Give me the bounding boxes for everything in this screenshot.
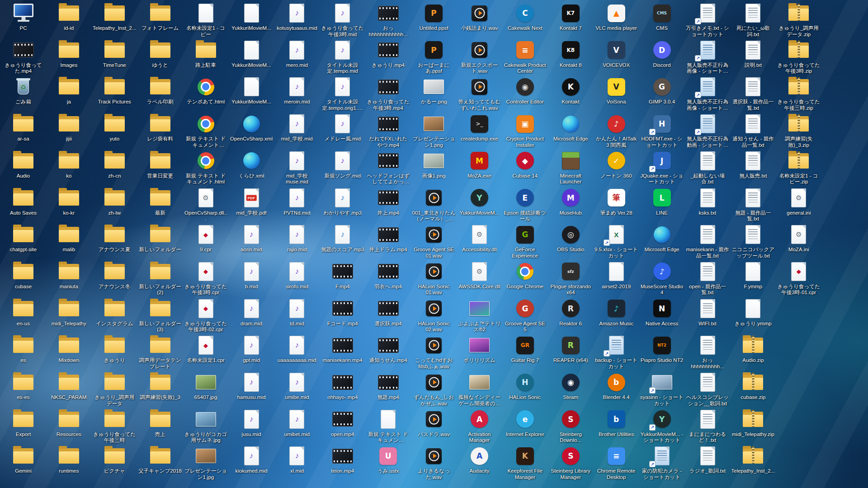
desktop-icon[interactable]: 65407.jpg [183, 371, 229, 408]
desktop-icon[interactable]: Track Pictures [92, 76, 137, 112]
desktop-icon[interactable]: バスドラ.wav [411, 408, 457, 445]
desktop-icon[interactable]: ♪きゅうり食ってた午後3時.mid [320, 2, 365, 38]
desktop-icon[interactable]: ♪mid_学校.mid [274, 113, 320, 149]
desktop-icon[interactable]: きゅうり_調声用データ [92, 371, 137, 408]
desktop-icon[interactable]: PC [0, 2, 46, 38]
desktop-icon[interactable]: F.mp4 [320, 261, 365, 297]
desktop-icon[interactable]: だれでFXいれたやつ.mp4 [365, 113, 411, 149]
desktop-icon[interactable]: Mixdown [46, 334, 92, 371]
desktop-icon[interactable]: ⚙MoZA.ini [776, 224, 821, 260]
desktop-icon[interactable]: open.mp4 [320, 408, 365, 445]
desktop-icon[interactable]: RReaktor 6 [548, 298, 594, 334]
desktop-icon[interactable]: ゆうと [137, 39, 183, 75]
desktop-icon[interactable]: _起動しない場合.txt [685, 150, 731, 186]
desktop-icon[interactable]: ♪jusu.mid [229, 408, 274, 445]
desktop-icon[interactable]: chatgpt-site [0, 224, 46, 260]
desktop-icon[interactable]: sfzPlogue sforzando x64 [548, 261, 594, 297]
desktop-icon[interactable]: きゅうり食ってた午後3時.mp4 [365, 76, 411, 112]
desktop-icon[interactable]: 最新 [137, 187, 183, 223]
desktop-icon[interactable]: かるー.png [411, 76, 457, 112]
desktop-icon[interactable]: NNative Access [639, 298, 685, 334]
desktop-icon[interactable]: きゅうり食ってた.mp4 [0, 39, 46, 75]
desktop-icon[interactable]: きゅうり_調声用データ.zip [776, 2, 821, 38]
desktop-icon[interactable]: 無題 - 親作品一覧.txt [730, 187, 776, 223]
desktop-icon[interactable]: レジ袋有料 [137, 113, 183, 149]
desktop-icon[interactable]: 小銭詰まり.wav [457, 2, 502, 38]
desktop-icon[interactable]: AAudacity [457, 445, 502, 481]
desktop-icon[interactable]: 画像1.png [411, 150, 457, 186]
desktop-icon[interactable]: おっhhhhhhhhhh... [685, 334, 731, 371]
desktop-icon[interactable]: H↗HDDFMT.exe - ショートカット [639, 113, 685, 149]
desktop-icon[interactable]: TimeTune [92, 39, 137, 75]
desktop-icon[interactable]: 答え知っててもむずいわこれ.wav [457, 76, 502, 112]
desktop-icon[interactable]: ♪xl.mid [274, 445, 320, 481]
desktop-icon[interactable]: MMuseHub [548, 187, 594, 223]
desktop-icon[interactable]: まにまにつわるど！.txt [685, 408, 731, 445]
desktop-icon[interactable]: ピクチャ [92, 445, 137, 481]
desktop-icon[interactable]: ↗無人販売不正行為画像 - ショートカット [685, 76, 731, 112]
desktop-icon[interactable]: bBlender 4.4 [594, 371, 639, 408]
desktop-icon[interactable]: ♪gpt.mid [229, 334, 274, 371]
desktop-icon[interactable]: ⚙OpenCvSharp.dll... [183, 187, 229, 223]
desktop-icon[interactable]: 営業日変更 [137, 150, 183, 186]
desktop-icon[interactable]: open - 親作品一覧.txt [685, 261, 731, 297]
desktop-icon[interactable]: Groove Agent SE 01.wav [411, 224, 457, 260]
desktop-icon[interactable]: ⚙Accessibility.dll [457, 224, 502, 260]
desktop-icon[interactable]: cubase.zip [730, 371, 776, 408]
desktop-icon[interactable]: 井上.mp4 [365, 187, 411, 223]
desktop-icon[interactable]: プレゼンテーション1.png [411, 113, 457, 149]
desktop-icon[interactable]: eInternet Explorer [502, 408, 548, 445]
desktop-icon[interactable]: ♪rajio.mid [274, 224, 320, 260]
desktop-icon[interactable]: ↗backup - ショートカット [594, 334, 639, 371]
desktop-icon[interactable]: ko-kr [46, 187, 92, 223]
desktop-icon[interactable]: ≡Chrome Remote Desktop [594, 445, 639, 481]
desktop-icon[interactable]: CCakewalk Next [502, 2, 548, 38]
desktop-icon[interactable]: ♪PVTNd.mid [274, 187, 320, 223]
desktop-icon[interactable]: KKeepforest File Manager [502, 445, 548, 481]
desktop-icon[interactable]: es-es [0, 371, 46, 408]
desktop-icon[interactable]: ▣Crypton Product Installer [502, 113, 548, 149]
desktop-icon[interactable]: ◆9.cpr [183, 224, 229, 260]
desktop-icon[interactable]: ⚙AWSSDK.Core.dll [457, 261, 502, 297]
desktop-icon[interactable]: malib [46, 224, 92, 260]
desktop-icon[interactable]: きゅうり.mp4 [365, 39, 411, 75]
desktop-icon[interactable]: 新しいフォルダー (3) [137, 298, 183, 334]
desktop-icon[interactable]: ◆きゅうり食ってた午後3時.cpr [183, 261, 229, 297]
desktop-icon[interactable]: ♪Amazon Music [594, 298, 639, 334]
desktop-icon[interactable]: ♪td.mid [274, 298, 320, 334]
desktop-icon[interactable]: GRGuitar Rig 7 [502, 334, 548, 371]
desktop-icon[interactable]: Fコード.mp4 [320, 298, 365, 334]
desktop-icon[interactable]: maniuta [46, 261, 92, 297]
desktop-icon[interactable]: Microsoft Edge [639, 224, 685, 260]
desktop-icon[interactable]: ↗無人販売不正行為画像 - ショートカッ… [685, 39, 731, 75]
desktop-icon[interactable]: ↗家の防犯カメラ - ショートカット [639, 445, 685, 481]
desktop-icon[interactable]: ◆きゅうり食ってた午後3時-01.cpr [776, 261, 821, 297]
desktop-icon[interactable]: 羽衣へ.mp4 [365, 261, 411, 297]
desktop-icon[interactable]: ◆きゅうり食ってた午後3時-02.cpr [183, 298, 229, 334]
desktop-icon[interactable]: 売上 [137, 408, 183, 445]
desktop-icon[interactable]: テンポあて.html [183, 76, 229, 112]
desktop-icon[interactable]: Uうみ.ustx [365, 445, 411, 481]
desktop-icon[interactable]: きゅうりがコカゴ用サムネ.jpg [183, 408, 229, 445]
desktop-icon[interactable]: 孤独なインディーゲーム開発者の一生… [457, 371, 502, 408]
desktop-icon[interactable]: HALion Sonic 02.wav [411, 298, 457, 334]
desktop-icon[interactable]: ◉Controller Editor [502, 76, 548, 112]
desktop-icon[interactable]: 死にたい_ω歌詞.txt [730, 2, 776, 38]
desktop-icon[interactable]: OpenCvSharp.xml [229, 113, 274, 149]
desktop-icon[interactable]: K7Kontakt 7 [548, 2, 594, 38]
desktop-icon[interactable]: きゅうり食ってた午後三時 [92, 408, 137, 445]
desktop-icon[interactable]: MMoZA.exe [457, 150, 502, 186]
desktop-icon[interactable]: Google Chrome [502, 261, 548, 297]
desktop-icon[interactable]: こってむhdすおfdsbふぁ.wav [411, 334, 457, 371]
desktop-icon[interactable]: VVoiSona [594, 76, 639, 112]
desktop-icon[interactable]: ♪umibe.mid [274, 371, 320, 408]
desktop-icon[interactable]: ⚙general.ini [776, 187, 821, 223]
desktop-icon[interactable]: jijii [46, 113, 92, 149]
desktop-icon[interactable]: KKontakt [548, 76, 594, 112]
desktop-icon[interactable]: アナウンス夏 [92, 224, 137, 260]
desktop-icon[interactable]: X↗9.5.xlsx - ショートカット [594, 224, 639, 260]
desktop-icon[interactable]: ♪かんたん！AITalk 3 関西風 [594, 113, 639, 149]
desktop-icon[interactable]: ♪タイトル未設定.tempo.orig1.mid [320, 76, 365, 112]
desktop-icon[interactable]: airset2-2019 [594, 261, 639, 297]
desktop-icon[interactable]: ar-sa [0, 113, 46, 149]
